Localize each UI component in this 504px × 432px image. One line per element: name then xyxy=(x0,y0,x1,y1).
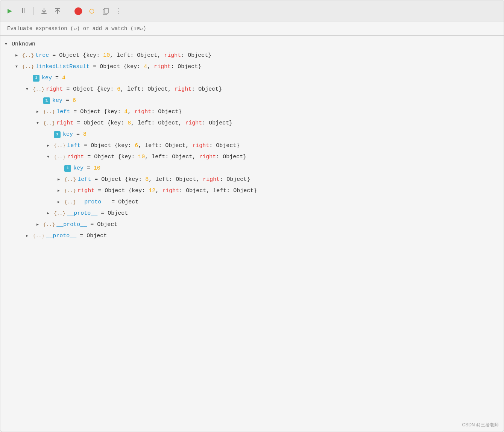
debugger-window: ▶ ⏸ ⬤ ◯ ⋮ Evaluate expression (↵) xyxy=(0,0,504,432)
var-name-llist: linkedListResult xyxy=(35,62,90,71)
right3-arrow[interactable] xyxy=(47,154,53,160)
obj-bracket: {..} xyxy=(43,108,55,116)
proto3-arrow[interactable] xyxy=(36,222,43,228)
root-arrow[interactable] xyxy=(5,41,11,47)
list-item: 1 key = 8 xyxy=(0,129,504,140)
obj-bracket: {..} xyxy=(33,86,44,94)
copy-button[interactable] xyxy=(100,6,110,16)
list-item[interactable]: {..} left = Object {key: 8, left: Object… xyxy=(0,174,504,185)
list-item: 1 key = 4 xyxy=(0,73,504,84)
num-badge: 1 xyxy=(54,131,61,138)
list-item: 1 key = 6 xyxy=(0,95,504,106)
var-equals: = Object { xyxy=(49,51,86,60)
proto-label: __proto__ xyxy=(67,209,97,218)
toolbar-separator-1 xyxy=(33,7,34,15)
eval-bar[interactable]: Evaluate expression (↵) or add a watch (… xyxy=(0,21,504,36)
pause-button[interactable]: ⏸ xyxy=(18,6,28,16)
obj-bracket: {..} xyxy=(54,153,65,161)
watermark: CSDN @三拾老师 xyxy=(462,422,499,428)
llist-arrow[interactable] xyxy=(15,64,21,70)
svg-rect-3 xyxy=(104,8,108,13)
num-badge: 1 xyxy=(33,75,39,82)
list-item: 1 key = 10 xyxy=(0,163,504,174)
stop-button[interactable]: ⬤ xyxy=(73,6,83,16)
proto4-arrow[interactable] xyxy=(26,233,32,239)
obj-bracket: {..} xyxy=(64,176,76,184)
eval-bar-text: Evaluate expression (↵) or add a watch (… xyxy=(7,26,146,32)
right1-arrow[interactable] xyxy=(26,86,32,92)
list-item[interactable]: {..} __proto__ = Object xyxy=(0,208,504,219)
proto1-arrow[interactable] xyxy=(58,199,64,205)
var-name-right4: right xyxy=(77,186,94,196)
list-item[interactable]: {..} left = Object {key: 4, right: Objec… xyxy=(0,106,504,118)
list-item[interactable]: {..} __proto__ = Object xyxy=(0,219,504,230)
list-item[interactable]: {..} right = Object {key: 10, left: Obje… xyxy=(0,152,504,163)
more-button[interactable]: ⋮ xyxy=(114,6,124,16)
tree-root[interactable]: Unknown xyxy=(0,39,504,50)
tree-arrow[interactable] xyxy=(15,53,21,59)
left1-arrow[interactable] xyxy=(36,109,43,115)
obj-bracket: {..} xyxy=(43,221,55,229)
num-badge: 1 xyxy=(64,165,71,172)
var-name-left3: left xyxy=(77,175,91,184)
obj-bracket: {..} xyxy=(64,187,76,195)
proto-label: __proto__ xyxy=(56,220,87,229)
list-item[interactable]: {..} __proto__ = Object xyxy=(0,230,504,242)
list-item[interactable]: {..} tree = Object {key: 10, left: Objec… xyxy=(0,50,504,61)
toolbar: ▶ ⏸ ⬤ ◯ ⋮ xyxy=(0,0,504,21)
list-item[interactable]: {..} right = Object {key: 8, left: Objec… xyxy=(0,118,504,129)
left3-arrow[interactable] xyxy=(58,177,64,183)
var-name-tree: tree xyxy=(35,51,49,60)
obj-bracket: {..} xyxy=(64,199,76,206)
right4-arrow[interactable] xyxy=(58,188,64,194)
svg-rect-0 xyxy=(41,13,47,14)
key-label: key xyxy=(42,74,52,83)
list-item[interactable]: {..} left = Object {key: 6, left: Object… xyxy=(0,140,504,152)
proto2-arrow[interactable] xyxy=(47,211,53,217)
key-label: key xyxy=(52,96,62,105)
proto-label: __proto__ xyxy=(77,198,108,207)
proto-label: __proto__ xyxy=(46,232,76,241)
step-into-button[interactable] xyxy=(39,6,49,16)
step-out-button[interactable] xyxy=(53,6,62,16)
mute-button[interactable]: ◯ xyxy=(87,6,97,16)
obj-bracket: {..} xyxy=(43,120,55,127)
key-label: key xyxy=(63,130,73,139)
list-item[interactable]: {..} right = Object {key: 12, right: Obj… xyxy=(0,185,504,197)
left2-arrow[interactable] xyxy=(47,143,53,149)
obj-bracket: {..} xyxy=(54,142,65,150)
obj-bracket: {..} xyxy=(54,210,65,218)
var-name-left1: left xyxy=(56,108,70,117)
tree-area: Unknown {..} tree = Object {key: 10, lef… xyxy=(0,36,504,245)
play-button[interactable]: ▶ xyxy=(5,6,15,16)
var-name-right1: right xyxy=(46,85,63,94)
num-badge: 1 xyxy=(43,97,50,104)
list-item[interactable]: {..} __proto__ = Object xyxy=(0,197,504,208)
obj-bracket: {..} xyxy=(33,232,44,240)
obj-bracket: {..} xyxy=(22,52,34,60)
list-item[interactable]: {..} right = Object {key: 6, left: Objec… xyxy=(0,84,504,95)
var-name-right2: right xyxy=(56,119,73,128)
list-item[interactable]: {..} linkedListResult = Object {key: 4, … xyxy=(0,61,504,73)
var-name-right3: right xyxy=(67,153,84,162)
obj-bracket: {..} xyxy=(22,63,34,71)
root-label: Unknown xyxy=(12,40,35,49)
var-equals: = Object { xyxy=(90,62,127,71)
var-name-left2: left xyxy=(67,141,80,150)
right2-arrow[interactable] xyxy=(36,120,43,126)
key-label: key xyxy=(73,164,83,173)
svg-rect-1 xyxy=(55,8,60,9)
toolbar-separator-2 xyxy=(68,7,68,15)
